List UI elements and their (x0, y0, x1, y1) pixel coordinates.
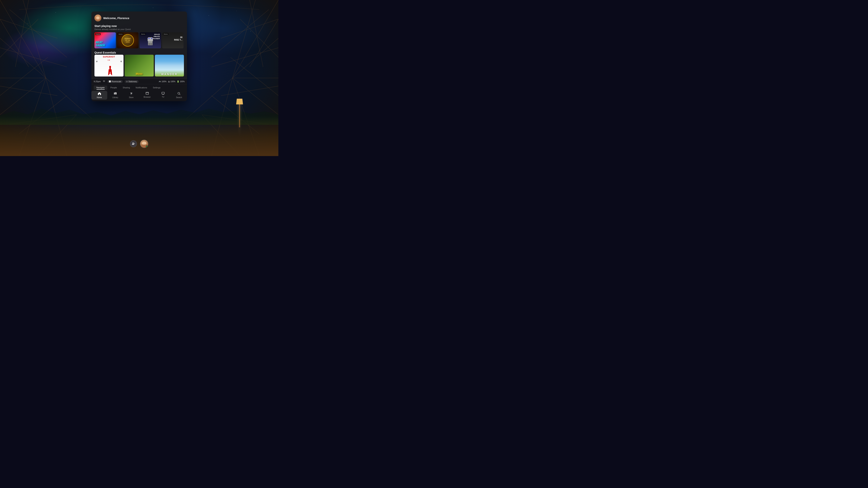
user-header: Welcome, Florence (94, 14, 184, 22)
browser-icon (146, 92, 149, 95)
nav-browser[interactable]: Browser (139, 91, 155, 100)
online-status-dot (146, 146, 148, 147)
nav-store[interactable]: Store (123, 91, 139, 100)
svg-line-16 (0, 57, 48, 96)
roomscale-label: Roomscale (112, 81, 121, 83)
game-card-beat-saber[interactable]: Demo BEATSABER (94, 32, 116, 49)
nav-home[interactable]: Home (91, 91, 107, 100)
tab-notifications[interactable]: Notifications (133, 86, 150, 90)
svg-line-12 (0, 19, 29, 67)
svg-line-4 (0, 78, 46, 115)
demo-badge-journey: Demo (118, 33, 123, 35)
tab-people[interactable]: People (107, 86, 120, 90)
section-subtitle-start: Demos already installed on your Quest (94, 28, 184, 30)
svg-line-15 (0, 19, 38, 57)
section-title-essentials: Quest Essentials (94, 51, 184, 54)
svg-rect-40 (116, 92, 117, 94)
svg-line-29 (221, 86, 278, 96)
shuriken-right-icon: ✦ (119, 59, 123, 64)
roomscale-icon: ⬜ (109, 81, 111, 83)
game-card-space-pirate[interactable]: Demo SPACEPIRATETRAINER (140, 32, 161, 49)
svg-line-27 (221, 19, 278, 38)
tab-settings[interactable]: Settings (150, 86, 163, 90)
stationary-label: Stationary (128, 81, 137, 83)
battery-status: 🎮 100% 🕹 100% 🔋 100% (159, 81, 185, 83)
svg-rect-38 (114, 93, 115, 94)
add-friend-icon (132, 142, 135, 146)
store-icon (130, 92, 133, 96)
superhot-title: SUPERHOT VR (103, 56, 115, 61)
svg-rect-45 (162, 92, 164, 94)
svg-line-35 (230, 57, 278, 96)
svg-point-42 (131, 94, 132, 95)
rise-title: RIRISE T... (174, 36, 182, 41)
nav-tv-label: TV (162, 96, 164, 98)
svg-line-14 (9, 9, 67, 57)
nav-store-label: Store (129, 96, 133, 98)
welcome-text: Welcome, Florence (103, 17, 129, 20)
nav-search-label: Search (176, 96, 182, 98)
svg-line-32 (250, 0, 263, 67)
svg-line-31 (250, 19, 278, 67)
boundary-icon: ◎ (126, 81, 128, 83)
tab-sharing[interactable]: Sharing (120, 86, 133, 90)
essentials-games-row: ✦ ✦ SUPERHOT VR Moss WANDER (94, 55, 184, 77)
svg-line-34 (240, 19, 278, 57)
nav-library-label: Library (113, 96, 118, 98)
battery-left-pct: 100% (170, 81, 176, 83)
stationary-pill[interactable]: ◎ Stationary (125, 80, 138, 83)
search-icon (178, 92, 181, 96)
wander-title: WANDER (161, 73, 178, 76)
svg-point-50 (132, 143, 134, 144)
svg-line-20 (232, 0, 255, 78)
demo-badge-rise: Demo (163, 33, 168, 35)
svg-line-13 (15, 0, 29, 67)
wifi-icon (103, 80, 105, 83)
svg-line-2 (0, 38, 46, 78)
svg-line-1 (23, 0, 46, 78)
svg-line-10 (0, 86, 57, 96)
svg-line-21 (232, 38, 278, 78)
battery-right-controller: 🔋 100% (177, 81, 185, 83)
quest-essentials-section: Quest Essentials ✦ ✦ SUPERHOT VR Moss (94, 51, 184, 77)
svg-point-48 (178, 92, 180, 94)
game-card-rise[interactable]: Demo RIRISE T... (162, 32, 184, 49)
start-playing-section: Start playing now Demos already installe… (94, 25, 184, 49)
demo-badge-space-pirate: Demo (140, 33, 146, 35)
lamp (239, 104, 240, 127)
nav-browser-label: Browser (144, 96, 151, 98)
game-card-moss[interactable]: Moss (125, 55, 154, 77)
main-panel: Welcome, Florence Start playing now Demo… (91, 11, 187, 101)
section-title-start: Start playing now (94, 25, 184, 28)
panel-content: Welcome, Florence Start playing now Demo… (91, 11, 187, 79)
svg-line-19 (232, 0, 278, 78)
tab-navigate[interactable]: Navigate (94, 86, 107, 90)
svg-rect-39 (115, 92, 116, 94)
game-card-journey[interactable]: Demo JOURNEYOF THEGODS (117, 32, 138, 49)
roomscale-pill[interactable]: ⬜ Roomscale (107, 80, 123, 83)
avatar[interactable] (94, 14, 101, 22)
demo-badge-beat-saber: Demo (95, 33, 101, 35)
add-friend-button[interactable] (130, 140, 137, 147)
library-icon (114, 92, 117, 96)
nav-library[interactable]: Library (107, 91, 123, 100)
game-card-superhot[interactable]: ✦ ✦ SUPERHOT VR (94, 55, 124, 77)
bottom-actions (124, 138, 154, 150)
user-avatar-button[interactable] (140, 140, 148, 148)
home-icon (98, 92, 101, 96)
shuriken-left-icon: ✦ (95, 59, 99, 64)
demo-games-row: Demo BEATSABER Demo JOURNEYOF THEGODS De… (94, 32, 184, 49)
status-bar: 9:25pm ⬜ Roomscale ◎ Stationary 🎮 100% (91, 79, 187, 84)
svg-line-28 (212, 48, 278, 67)
bottom-nav: Home Library (91, 90, 187, 101)
nav-search[interactable]: Search (171, 91, 187, 100)
svg-line-33 (212, 9, 269, 57)
taskbar: 9:25pm ⬜ Roomscale ◎ Stationary 🎮 100% (91, 79, 187, 101)
svg-line-9 (0, 48, 67, 67)
svg-point-41 (131, 94, 131, 95)
beat-saber-title: BEATSABER (96, 41, 105, 47)
game-card-wander[interactable]: WANDER (155, 55, 184, 77)
svg-line-8 (0, 19, 57, 38)
nav-tv[interactable]: TV (155, 91, 171, 100)
nav-home-label: Home (97, 96, 102, 98)
